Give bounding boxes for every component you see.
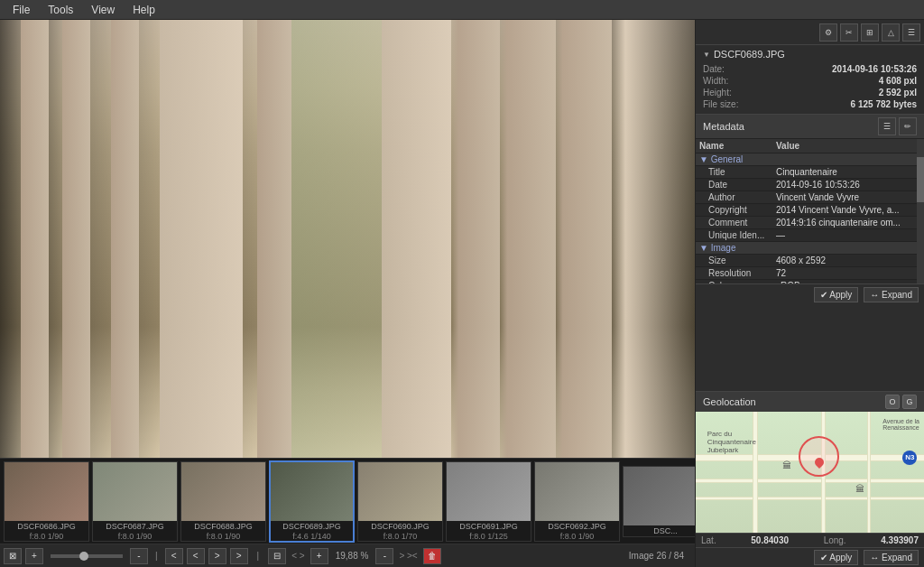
col-name-label: Name — [699, 141, 776, 151]
nav-arrows: > >< — [399, 551, 417, 561]
film-item-4[interactable]: DSCF0690.JPG f:8.0 1/70 — [357, 461, 443, 542]
minus2-button[interactable]: - — [375, 548, 393, 564]
crop-button[interactable]: ⊟ — [268, 548, 286, 564]
film-label-2: DSCF0688.JPG — [181, 521, 265, 532]
map-badge-n3: N3 — [902, 451, 917, 465]
meta-row-author: Author Vincent Vande Vyvre — [696, 191, 924, 204]
map-label-parc: Parc duCinquantenaireJubelpark — [707, 430, 756, 454]
filmstrip: DSCF0686.JPG f:8.0 1/90 DSCF0687.JPG f:8… — [0, 458, 695, 544]
separator-1: | — [155, 551, 158, 561]
map-circle — [799, 436, 839, 477]
film-info-2: f:8.0 1/90 — [181, 532, 265, 541]
film-info-4: f:8.0 1/70 — [358, 532, 442, 541]
height-row: Height: 2 592 pxl — [703, 87, 917, 98]
map-road-h3 — [696, 497, 924, 500]
film-label-7: DSC... — [624, 525, 695, 536]
rt-icon1[interactable]: ⚙ — [819, 23, 837, 42]
nav-prev[interactable]: < — [187, 548, 205, 564]
film-item-0[interactable]: DSCF0686.JPG f:8.0 1/90 — [4, 461, 89, 542]
meta-group-image: ▼ Image — [696, 242, 924, 255]
geo-coords: Lat. 50.84030 Long. 4.393907 — [696, 533, 924, 547]
meta-row-unique: Unique Iden... — — [696, 229, 924, 242]
zoom-slider[interactable] — [51, 554, 123, 558]
long-value: 4.393907 — [881, 535, 919, 545]
film-thumb-0 — [5, 462, 88, 521]
file-title-row: ▼ DSCF0689.JPG — [703, 49, 917, 60]
meta-row-colorspace: Color space sRGB — [696, 280, 924, 284]
metadata-list-btn[interactable]: ☰ — [878, 117, 896, 135]
rt-icon2[interactable]: ✂ — [840, 23, 858, 42]
film-label-5: DSCF0691.JPG — [447, 521, 531, 532]
map-icon-museum1: 🏛 — [782, 460, 791, 470]
metadata-table[interactable]: Name Value ▼ General Title Cinquantenair… — [696, 139, 924, 284]
map-label-avenue: Avenue de laRenaissance — [882, 418, 919, 431]
film-info-3: f:4.6 1/140 — [271, 532, 353, 541]
geo-btn-g[interactable]: G — [902, 395, 917, 409]
film-item-2[interactable]: DSCF0688.JPG f:8.0 1/90 — [180, 461, 266, 542]
plus-button[interactable]: + — [310, 548, 328, 564]
date-value: 2014-09-16 10:53:26 — [832, 64, 917, 74]
geo-btn-o[interactable]: O — [885, 395, 900, 409]
lat-value: 50.84030 — [751, 535, 789, 545]
metadata-apply-bar: ✔ Apply ↔ Expand — [696, 284, 924, 305]
menu-tools[interactable]: Tools — [39, 2, 82, 18]
geo-apply-button[interactable]: ✔ Apply — [814, 550, 858, 565]
separator-3: < > — [291, 551, 304, 561]
film-info-1: f:8.0 1/90 — [93, 532, 177, 541]
nav-prev-prev[interactable]: < — [165, 548, 183, 564]
geo-expand-button[interactable]: ↔ Expand — [864, 550, 919, 565]
film-item-1[interactable]: DSCF0687.JPG f:8.0 1/90 — [92, 461, 178, 542]
rt-icon4[interactable]: △ — [882, 23, 900, 42]
film-label-4: DSCF0690.JPG — [358, 521, 442, 532]
meta-row-copyright: Copyright 2014 Vincent Vande Vyvre, a... — [696, 204, 924, 217]
meta-row-title: Title Cinquantenaire — [696, 166, 924, 179]
width-value: 4 608 pxl — [879, 76, 917, 86]
film-item-7[interactable]: DSC... — [623, 466, 695, 537]
film-item-3[interactable]: DSCF0689.JPG f:4.6 1/140 — [269, 460, 355, 543]
menu-help[interactable]: Help — [124, 2, 164, 18]
menu-file[interactable]: File — [4, 2, 39, 18]
metadata-header: Metadata ☰ ✏ — [696, 115, 924, 139]
rt-icon5[interactable]: ☰ — [902, 23, 920, 42]
meta-row-comment: Comment 2014:9:16 cinquantenaire om... — [696, 217, 924, 229]
right-toolbar: ⚙ ✂ ⊞ △ ☰ — [696, 20, 924, 45]
right-panel: ⚙ ✂ ⊞ △ ☰ ▼ DSCF0689.JPG Date: 2014-09-1… — [695, 20, 924, 567]
main-layout: DSCF0686.JPG f:8.0 1/90 DSCF0687.JPG f:8… — [0, 20, 924, 567]
metadata-scrollbar[interactable] — [917, 139, 924, 284]
film-item-6[interactable]: DSCF0692.JPG f:8.0 1/90 — [534, 461, 620, 542]
separator-2: | — [257, 551, 260, 561]
metadata-apply-button[interactable]: ✔ Apply — [814, 287, 858, 302]
film-thumb-5 — [447, 462, 531, 521]
filesize-row: File size: 6 125 782 bytes — [703, 98, 917, 110]
date-row: Date: 2014-09-16 10:53:26 — [703, 63, 917, 75]
filesize-value: 6 125 782 bytes — [851, 99, 917, 109]
map-area[interactable]: Parc duCinquantenaireJubelpark 🏛 🏛 Avenu… — [696, 412, 924, 533]
film-thumb-7 — [624, 467, 695, 525]
image-area[interactable] — [0, 20, 695, 458]
nav-next[interactable]: > — [208, 548, 226, 564]
menu-view[interactable]: View — [82, 2, 124, 18]
rt-icon3[interactable]: ⊞ — [861, 23, 879, 42]
zoom-fit-button[interactable]: ⊠ — [4, 548, 22, 564]
metadata-edit-btn[interactable]: ✏ — [899, 117, 917, 135]
film-label-6: DSCF0692.JPG — [535, 521, 619, 532]
height-value: 2 592 pxl — [879, 88, 917, 98]
map-road-v3 — [867, 412, 871, 533]
zoom-value-label: 19,88 % — [332, 551, 373, 561]
zoom-out-button[interactable]: - — [130, 548, 148, 564]
film-thumb-4 — [358, 462, 442, 521]
geo-title: Geolocation — [703, 396, 756, 407]
map-icon-museum2: 🏛 — [855, 484, 864, 494]
color-dropper-button[interactable]: 🗑 — [423, 548, 441, 564]
film-item-5[interactable]: DSCF0691.JPG f:8.0 1/125 — [446, 461, 531, 542]
col-value-label: Value — [776, 141, 920, 151]
geo-apply-bar: ✔ Apply ↔ Expand — [696, 547, 924, 567]
nav-last[interactable]: > — [230, 548, 248, 564]
film-thumb-6 — [535, 462, 619, 521]
film-info-6: f:8.0 1/90 — [535, 532, 619, 541]
menubar: File Tools View Help — [0, 0, 924, 20]
zoom-in-button[interactable]: + — [25, 548, 43, 564]
metadata-expand-button[interactable]: ↔ Expand — [864, 287, 919, 302]
film-info-0: f:8.0 1/90 — [5, 532, 88, 541]
left-panel: DSCF0686.JPG f:8.0 1/90 DSCF0687.JPG f:8… — [0, 20, 695, 567]
